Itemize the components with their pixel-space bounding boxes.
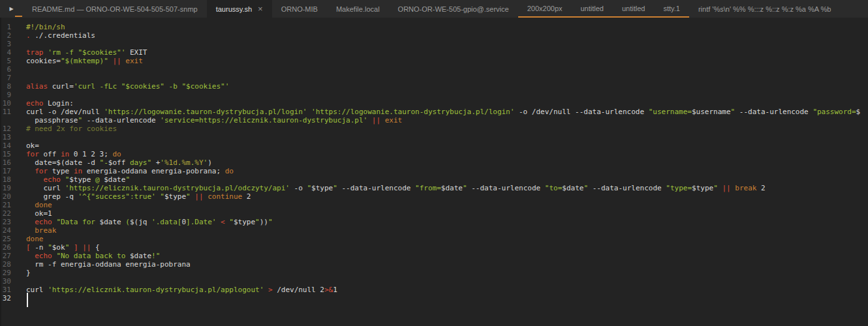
tabs-overflow-button[interactable]: ▶ xyxy=(0,0,23,18)
line-number: 11 xyxy=(1,108,11,116)
text-cursor xyxy=(27,293,28,307)
code-line[interactable]: 14ok= xyxy=(1,141,868,150)
line-number: 28 xyxy=(1,260,11,269)
tab-label: rintf '%s\n' %% %:::z %::z %:z %a %A %b xyxy=(698,5,831,13)
line-number: 16 xyxy=(1,158,11,167)
code-text: . ./.credentials xyxy=(26,31,95,40)
code-line[interactable]: 2. ./.credentials xyxy=(1,31,868,40)
code-line[interactable]: 10echo Login: xyxy=(1,99,868,108)
code-line[interactable]: 16 date=$(date -d "-$off days" +'%1d.%m.… xyxy=(1,158,868,167)
tab[interactable]: ORNO-MIB xyxy=(272,0,327,18)
line-number: 12 xyxy=(1,125,11,133)
code-line[interactable]: 13 xyxy=(1,133,868,141)
line-number: 29 xyxy=(1,269,11,277)
code-editor-window: { "window": { "overflow_icon_glyph": "▶"… xyxy=(0,0,868,326)
line-number: 26 xyxy=(1,243,11,252)
tab[interactable]: 200x200px xyxy=(518,0,572,18)
code-line[interactable]: 22 ok=1 xyxy=(1,209,868,218)
line-number: 22 xyxy=(1,209,11,218)
code-text: } xyxy=(26,269,31,277)
code-text: echo Login: xyxy=(26,99,74,108)
code-line[interactable]: 3 xyxy=(1,40,868,48)
line-number: 13 xyxy=(1,133,11,141)
line-number: 27 xyxy=(1,252,11,260)
line-number: 7 xyxy=(1,74,11,82)
code-line[interactable]: 6 xyxy=(1,65,868,74)
close-icon[interactable]: × xyxy=(258,5,263,13)
code-line[interactable]: 24 break xyxy=(1,226,868,235)
tab[interactable]: stty.1 xyxy=(654,0,689,18)
line-number: 21 xyxy=(1,201,11,209)
tab[interactable]: README.md — ORNO-OR-WE-504-505-507-snmp xyxy=(23,0,207,18)
code-line[interactable]: 12# need 2x for cookies xyxy=(1,125,868,133)
tab-label: untitled xyxy=(581,5,604,12)
line-number: 14 xyxy=(1,141,11,150)
code-text: passphrase" --data-urlencode 'service=ht… xyxy=(26,116,402,125)
code-text: curl -o /dev/null 'https://logowanie.tau… xyxy=(26,108,860,116)
code-text: date=$(date -d "-$off days" +'%1d.%m.%Y'… xyxy=(26,158,212,167)
code-line[interactable]: 8alias curl='curl -fLc "$cookies" -b "$c… xyxy=(1,82,868,91)
code-line[interactable]: 29} xyxy=(1,269,868,277)
line-number: 24 xyxy=(1,226,11,235)
tab[interactable]: untitled xyxy=(613,0,654,18)
tab-label: untitled xyxy=(622,5,645,12)
code-text: echo "Data for $date ($(jq '.data[0].Dat… xyxy=(26,218,273,226)
code-line[interactable]: 1#!/bin/sh xyxy=(1,23,868,31)
code-text: for off in 0 1 2 3; do xyxy=(26,150,121,158)
line-number: 6 xyxy=(1,65,11,74)
tab[interactable]: ORNO-OR-WE-505-gpio@.service xyxy=(389,0,518,18)
code-line[interactable]: 15for off in 0 1 2 3; do xyxy=(1,150,868,158)
code-editor[interactable]: 1#!/bin/sh2. ./.credentials34trap 'rm -f… xyxy=(0,18,868,326)
tab[interactable]: untitled xyxy=(572,0,613,18)
code-line[interactable]: 19 curl 'https://elicznik.tauron-dystryb… xyxy=(1,184,868,192)
code-text: curl 'https://elicznik.tauron-dystrybucj… xyxy=(26,184,766,192)
line-number: 31 xyxy=(1,286,11,294)
code-line[interactable]: 18 echo "$type @ $date" xyxy=(1,175,868,184)
line-number: 23 xyxy=(1,218,11,226)
code-line[interactable]: 11curl -o /dev/null 'https://logowanie.t… xyxy=(1,108,868,116)
code-text: # need 2x for cookies xyxy=(26,125,117,133)
line-number: 10 xyxy=(1,99,11,108)
line-number: 4 xyxy=(1,48,11,57)
tab[interactable]: rintf '%s\n' %% %:::z %::z %:z %a %A %b xyxy=(689,0,841,18)
code-line[interactable]: 26[ -n "$ok" ] || { xyxy=(1,243,868,252)
code-line[interactable]: 28 rm -f energia-oddana energia-pobrana xyxy=(1,260,868,269)
code-line[interactable]: 23 echo "Data for $date ($(jq '.data[0].… xyxy=(1,218,868,226)
code-text: [ -n "$ok" ] || { xyxy=(26,243,100,252)
line-number: 32 xyxy=(1,294,11,303)
code-line[interactable]: 21 done xyxy=(1,201,868,209)
code-line[interactable]: 7 xyxy=(1,74,868,82)
tab-label: README.md — ORNO-OR-WE-504-505-507-snmp xyxy=(32,5,198,13)
code-line[interactable]: 20 grep -q '^{"success":true' "$type" ||… xyxy=(1,192,868,201)
code-text: grep -q '^{"success":true' "$type" || co… xyxy=(26,192,251,201)
code-line[interactable]: 5cookies="$(mktemp)" || exit xyxy=(1,57,868,65)
code-line[interactable]: 25done xyxy=(1,235,868,243)
code-line[interactable]: 27 echo "No data back to $date!" xyxy=(1,252,868,260)
tab-label: taurussy.sh xyxy=(216,5,252,13)
code-line[interactable]: 9 xyxy=(1,91,868,99)
tab-scroll-indicator xyxy=(15,16,22,17)
line-number: 18 xyxy=(1,175,11,184)
play-triangle-icon: ▶ xyxy=(9,6,13,12)
line-number: 15 xyxy=(1,150,11,158)
code-text: trap 'rm -f "$cookies"' EXIT xyxy=(26,48,147,57)
tab[interactable]: taurussy.sh× xyxy=(207,0,272,18)
line-number: 19 xyxy=(1,184,11,192)
tab-label: Makefile.local xyxy=(336,5,380,13)
code-line[interactable]: 30 xyxy=(1,277,868,286)
code-line[interactable]: 32 xyxy=(1,294,868,303)
line-number: 3 xyxy=(1,40,11,48)
tab[interactable]: Makefile.local xyxy=(327,0,389,18)
code-text: ok=1 xyxy=(26,209,52,218)
code-text: alias curl='curl -fLc "$cookies" -b "$co… xyxy=(26,82,229,91)
line-number: 8 xyxy=(1,82,11,91)
code-line[interactable]: 17 for type in energia-oddana energia-po… xyxy=(1,167,868,175)
code-line[interactable]: 31curl 'https://elicznik.tauron-dystrybu… xyxy=(1,286,868,294)
code-text: echo "No data back to $date!" xyxy=(26,252,160,260)
code-text: done xyxy=(26,235,44,243)
line-number: 30 xyxy=(1,277,11,286)
line-number: 20 xyxy=(1,192,11,201)
code-line[interactable]: passphrase" --data-urlencode 'service=ht… xyxy=(1,116,868,125)
code-line[interactable]: 4trap 'rm -f "$cookies"' EXIT xyxy=(1,48,868,57)
code-text: curl 'https://elicznik.tauron-dystrybucj… xyxy=(26,286,337,294)
